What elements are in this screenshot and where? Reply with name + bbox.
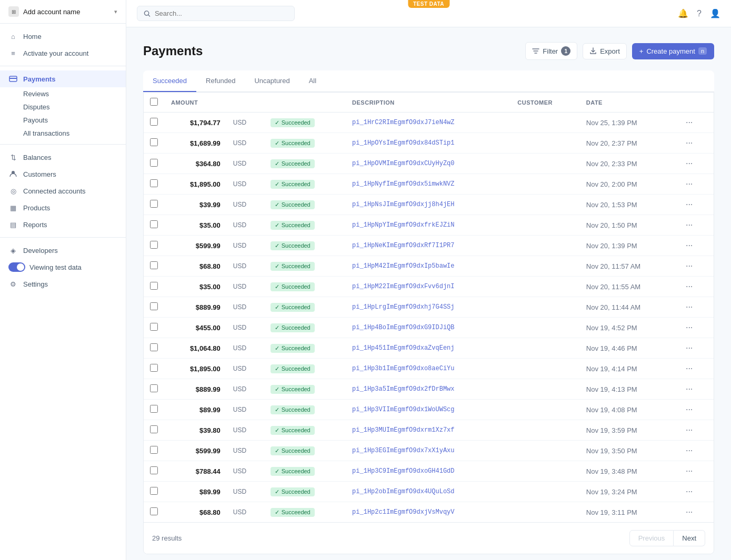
row-amount-4: $39.99 — [165, 195, 227, 215]
row-more-button-5[interactable]: ··· — [683, 219, 696, 230]
sidebar-item-activate[interactable]: ≡ Activate your account — [0, 45, 126, 62]
table-row[interactable]: $1,064.80 USD ✓Succeeded pi_1Hp451ImEgmf… — [144, 338, 714, 359]
row-more-button-18[interactable]: ··· — [683, 486, 696, 497]
export-button[interactable]: Export — [583, 43, 627, 59]
sidebar-item-products[interactable]: ▦ Products — [0, 199, 126, 216]
table-row[interactable]: $68.80 USD ✓Succeeded pi_1Hp2c1ImEgmfO9d… — [144, 502, 714, 523]
row-more-button-17[interactable]: ··· — [683, 465, 696, 476]
row-checkbox-12[interactable] — [150, 364, 158, 372]
row-currency-16: USD — [227, 441, 264, 461]
row-checkbox-15[interactable] — [150, 425, 158, 433]
row-more-button-10[interactable]: ··· — [683, 322, 696, 333]
table-row[interactable]: $1,895.00 USD ✓Succeeded pi_1Hp3b1ImEgmf… — [144, 359, 714, 379]
filter-button[interactable]: Filter 1 — [525, 42, 577, 60]
row-checkbox-16[interactable] — [150, 446, 158, 454]
table-row[interactable]: $35.00 USD ✓Succeeded pi_1HpNpYImEgmfO9d… — [144, 215, 714, 236]
row-more-button-0[interactable]: ··· — [683, 117, 696, 128]
table-row[interactable]: $889.99 USD ✓Succeeded pi_1Hp3a5ImEgmfO9… — [144, 379, 714, 400]
sidebar-item-settings[interactable]: ⚙ Settings — [0, 276, 126, 292]
table-row[interactable]: $89.99 USD ✓Succeeded pi_1Hp2obImEgmfO9d… — [144, 482, 714, 502]
row-more-button-2[interactable]: ··· — [683, 158, 696, 169]
row-checkbox-5[interactable] — [150, 220, 158, 228]
row-more-button-16[interactable]: ··· — [683, 445, 696, 456]
table-row[interactable]: $39.99 USD ✓Succeeded pi_1HpNsJImEgmfO9d… — [144, 195, 714, 215]
sidebar-item-reports[interactable]: ▤ Reports — [0, 216, 126, 233]
row-status-13: ✓Succeeded — [264, 379, 346, 400]
row-more-button-7[interactable]: ··· — [683, 260, 696, 271]
row-more-button-6[interactable]: ··· — [683, 240, 696, 251]
row-checkbox-10[interactable] — [150, 323, 158, 331]
row-checkbox-0[interactable] — [150, 118, 158, 126]
tab-all[interactable]: All — [299, 70, 326, 92]
row-checkbox-3[interactable] — [150, 179, 158, 187]
row-description-4: pi_1HpNsJImEgmfO9dxjj8h4jEH — [346, 195, 511, 215]
sidebar-item-customers[interactable]: Customers — [0, 166, 126, 182]
table-row[interactable]: $39.80 USD ✓Succeeded pi_1Hp3MUImEgmfO9d… — [144, 420, 714, 441]
table-row[interactable]: $788.44 USD ✓Succeeded pi_1Hp3C9ImEgmfO9… — [144, 461, 714, 482]
table-row[interactable]: $1,895.00 USD ✓Succeeded pi_1HpNyfImEgmf… — [144, 174, 714, 195]
account-selector[interactable]: ⊞ Add account name ▾ — [0, 0, 126, 24]
table-row[interactable]: $364.80 USD ✓Succeeded pi_1HpOVMImEgmfO9… — [144, 154, 714, 174]
row-date-11: Nov 19, 4:46 PM — [580, 338, 676, 359]
table-row[interactable]: $35.00 USD ✓Succeeded pi_1HpM22ImEgmfO9d… — [144, 277, 714, 297]
row-amount-19: $68.80 — [165, 502, 227, 523]
row-checkbox-6[interactable] — [150, 241, 158, 249]
row-more-button-3[interactable]: ··· — [683, 178, 696, 189]
row-currency-9: USD — [227, 297, 264, 318]
tab-uncaptured[interactable]: Uncaptured — [245, 70, 299, 92]
table-row[interactable]: $889.99 USD ✓Succeeded pi_1HpLrgImEgmfO9… — [144, 297, 714, 318]
tab-refunded[interactable]: Refunded — [196, 70, 245, 92]
help-icon[interactable]: ? — [697, 9, 702, 18]
row-more-button-12[interactable]: ··· — [683, 363, 696, 374]
sidebar-item-connected-accounts[interactable]: ◎ Connected accounts — [0, 182, 126, 199]
create-payment-button[interactable]: + Create payment n — [632, 43, 714, 59]
row-more-button-4[interactable]: ··· — [683, 199, 696, 210]
table-row[interactable]: $89.99 USD ✓Succeeded pi_1Hp3VIImEgmfO9d… — [144, 400, 714, 420]
row-more-button-1[interactable]: ··· — [683, 137, 696, 148]
table-row[interactable]: $1,689.99 USD ✓Succeeded pi_1HpOYsImEgmf… — [144, 133, 714, 154]
table-row[interactable]: $68.80 USD ✓Succeeded pi_1HpM42ImEgmfO9d… — [144, 256, 714, 277]
row-more-button-13[interactable]: ··· — [683, 383, 696, 394]
sidebar-item-home[interactable]: ⌂ Home — [0, 28, 126, 45]
table-row[interactable]: $1,794.77 USD ✓Succeeded pi_1HrC2RImEgmf… — [144, 113, 714, 133]
sidebar-item-developers[interactable]: ◈ Developers — [0, 242, 126, 259]
account-icon[interactable]: 👤 — [710, 8, 720, 18]
row-checkbox-7[interactable] — [150, 261, 158, 269]
sidebar-item-balances[interactable]: ⇅ Balances — [0, 149, 126, 166]
table-row[interactable]: $455.00 USD ✓Succeeded pi_1Hp4BoImEgmfO9… — [144, 318, 714, 338]
row-date-2: Nov 20, 2:33 PM — [580, 154, 676, 174]
tab-succeeded[interactable]: Succeeded — [143, 70, 196, 92]
sidebar-item-payouts[interactable]: Payouts — [0, 114, 126, 127]
test-data-toggle[interactable] — [8, 262, 25, 272]
sidebar-nav: ⌂ Home ≡ Activate your account Payments … — [0, 24, 126, 560]
table-row[interactable]: $599.99 USD ✓Succeeded pi_1Hp3EGImEgmfO9… — [144, 441, 714, 461]
row-more-button-11[interactable]: ··· — [683, 342, 696, 353]
row-checkbox-9[interactable] — [150, 302, 158, 310]
row-more-button-14[interactable]: ··· — [683, 404, 696, 415]
search-box[interactable] — [137, 6, 295, 21]
next-button[interactable]: Next — [674, 530, 705, 546]
sidebar-item-reviews[interactable]: Reviews — [0, 87, 126, 100]
row-checkbox-18[interactable] — [150, 487, 158, 495]
sidebar-item-payments[interactable]: Payments — [0, 70, 126, 87]
row-more-button-19[interactable]: ··· — [683, 506, 696, 517]
row-more-button-9[interactable]: ··· — [683, 301, 696, 312]
previous-button[interactable]: Previous — [629, 530, 674, 546]
row-checkbox-2[interactable] — [150, 159, 158, 167]
row-more-button-8[interactable]: ··· — [683, 281, 696, 292]
row-checkbox-14[interactable] — [150, 405, 158, 413]
select-all-checkbox[interactable] — [150, 98, 158, 106]
sidebar-item-disputes[interactable]: Disputes — [0, 100, 126, 114]
search-input[interactable] — [155, 9, 288, 17]
sidebar-item-all-transactions[interactable]: All transactions — [0, 127, 126, 140]
row-checkbox-11[interactable] — [150, 343, 158, 351]
row-checkbox-1[interactable] — [150, 138, 158, 146]
row-checkbox-4[interactable] — [150, 200, 158, 208]
row-more-button-15[interactable]: ··· — [683, 424, 696, 435]
row-checkbox-19[interactable] — [150, 507, 158, 515]
notifications-icon[interactable]: 🔔 — [678, 8, 688, 18]
row-checkbox-17[interactable] — [150, 466, 158, 474]
table-row[interactable]: $599.99 USD ✓Succeeded pi_1HpNeKImEgmfO9… — [144, 236, 714, 256]
row-checkbox-13[interactable] — [150, 384, 158, 392]
row-checkbox-8[interactable] — [150, 282, 158, 290]
